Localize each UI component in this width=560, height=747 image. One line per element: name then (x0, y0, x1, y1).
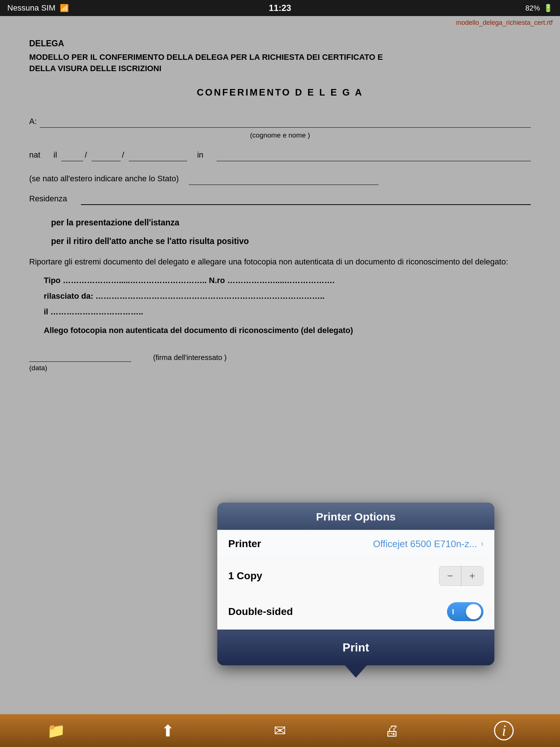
copy-row: 1 Copy − + (217, 558, 494, 594)
print-button[interactable]: Print (217, 630, 494, 665)
status-bar-time: 11:23 (269, 3, 291, 13)
popup-header: Printer Options (217, 503, 494, 530)
print-icon: 🖨 (385, 723, 399, 739)
toggle-i-label: I (452, 608, 454, 616)
toolbar-print-button[interactable]: 🖨 (377, 718, 407, 743)
double-sided-row: Double-sided I (217, 594, 494, 630)
carrier-label: Nessuna SIM (7, 3, 55, 13)
document-area: modello_delega_richiesta_cert.rtf DELEGA… (0, 16, 560, 714)
info-icon: i (494, 721, 514, 740)
plus-icon: + (469, 570, 475, 582)
copy-stepper: − + (439, 566, 483, 586)
battery-icon: 🔋 (544, 4, 553, 12)
toolbar-files-button[interactable]: 📁 (42, 718, 71, 743)
email-icon: ✉ (274, 722, 286, 739)
copy-plus-button[interactable]: + (461, 566, 483, 585)
toolbar-info-button[interactable]: i (489, 718, 518, 743)
popup-title: Printer Options (316, 511, 396, 523)
battery-percent: 82% (525, 4, 540, 12)
files-icon: 📁 (47, 722, 65, 739)
status-bar-right: 82% 🔋 (525, 4, 553, 12)
print-label: Print (343, 641, 369, 654)
status-bar-left: Nessuna SIM 📶 (7, 3, 69, 13)
wifi-icon: 📶 (60, 4, 69, 12)
printer-label: Printer (228, 538, 261, 550)
toolbar-email-button[interactable]: ✉ (265, 718, 295, 743)
double-sided-label: Double-sided (228, 606, 293, 618)
share-icon: ⬆ (161, 721, 175, 740)
status-bar: Nessuna SIM 📶 11:23 82% 🔋 (0, 0, 560, 16)
popup-inner: Printer Options Printer Officejet 6500 E… (217, 503, 494, 665)
printer-chevron-icon: › (481, 539, 483, 549)
printer-row[interactable]: Printer Officejet 6500 E710n-z... › (217, 530, 494, 558)
copy-label: 1 Copy (228, 570, 262, 582)
toggle-knob (466, 604, 481, 619)
printer-value: Officejet 6500 E710n-z... › (373, 538, 483, 550)
popup-arrow (345, 665, 367, 678)
double-sided-toggle[interactable]: I (447, 602, 483, 621)
printer-options-popup: Printer Options Printer Officejet 6500 E… (217, 503, 494, 678)
bottom-toolbar: 📁 ⬆ ✉ 🖨 i (0, 714, 560, 747)
minus-icon: − (447, 570, 453, 582)
copy-minus-button[interactable]: − (439, 566, 461, 585)
printer-name: Officejet 6500 E710n-z... (373, 538, 477, 550)
toggle-track[interactable]: I (447, 602, 483, 621)
toolbar-share-button[interactable]: ⬆ (153, 718, 183, 743)
